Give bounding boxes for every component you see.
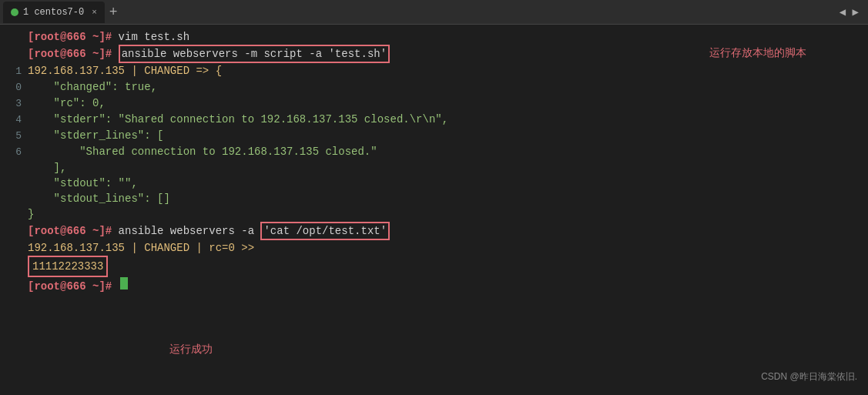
terminal-line-3: 1 192.168.137.135 | CHANGED => { <box>6 63 862 79</box>
annotation-local-script: 运行存放本地的脚本 <box>709 45 806 60</box>
highlight-cat-command: 'cat /opt/test.txt' <box>260 222 390 240</box>
cursor <box>120 277 128 290</box>
terminal-line-14: 192.168.137.135 | CHANGED | rc=0 >> <box>6 240 862 256</box>
terminal-content: [root@666 ~]# vim test.sh [root@666 ~]# … <box>0 25 868 395</box>
tab-title: 1 centos7-0 <box>23 7 84 18</box>
result-box: 11112223333 <box>28 256 108 277</box>
nav-arrows: ◀ ▶ <box>840 5 865 18</box>
terminal-line-12: } <box>6 206 862 222</box>
terminal-line-1: [root@666 ~]# vim test.sh <box>6 29 862 45</box>
terminal-line-13: [root@666 ~]# ansible webservers -a 'cat… <box>6 222 862 240</box>
terminal-line-8: 6 "Shared connection to 192.168.137.135 … <box>6 144 862 160</box>
tab-bar: 1 centos7-0 × + ◀ ▶ <box>0 0 868 25</box>
terminal-line-15: 11112223333 <box>6 256 862 277</box>
tab-item[interactable]: 1 centos7-0 × <box>3 2 105 23</box>
tab-dot <box>11 8 18 16</box>
highlight-ansible-script: ansible webservers -m script -a 'test.sh… <box>119 45 390 63</box>
terminal-line-7: 5 "stderr_lines": [ <box>6 128 862 144</box>
watermark: CSDN @昨日海棠依旧. <box>761 369 857 384</box>
tab-close[interactable]: × <box>92 8 97 17</box>
terminal-line-10: "stdout": "", <box>6 176 862 191</box>
tab-add[interactable]: + <box>109 5 118 20</box>
terminal: [root@666 ~]# vim test.sh [root@666 ~]# … <box>0 25 868 395</box>
terminal-line-16: [root@666 ~]# <box>6 277 862 294</box>
terminal-line-11: "stdout_lines": [] <box>6 191 862 206</box>
annotation-success: 运行成功 <box>169 341 213 357</box>
terminal-line-6: 4 "stderr": "Shared connection to 192.16… <box>6 112 862 128</box>
terminal-line-4: 0 "changed": true, <box>6 79 862 95</box>
terminal-line-5: 3 "rc": 0, <box>6 95 862 112</box>
terminal-line-9: ], <box>6 160 862 176</box>
